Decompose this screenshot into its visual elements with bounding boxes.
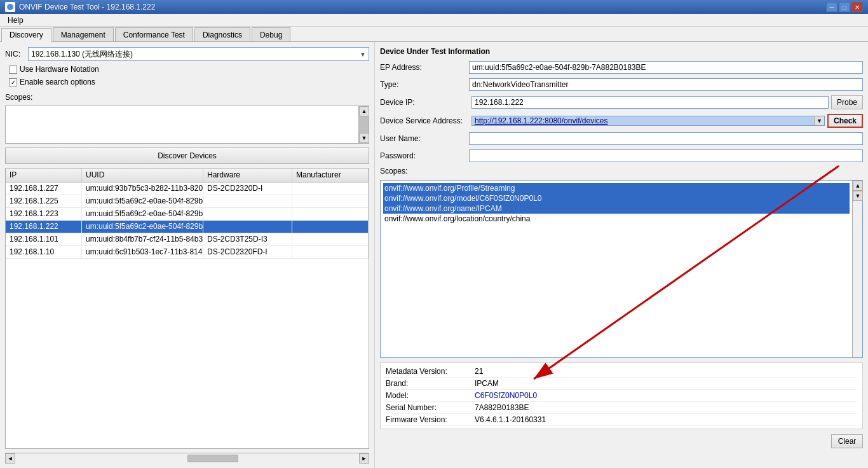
- scope-line[interactable]: onvif://www.onvif.org/Profile/Streaming: [383, 183, 850, 193]
- scrollbar-down-btn[interactable]: ▼: [359, 133, 369, 143]
- list-cell-uuid: um:uuid:5f5a69c2-e0ae-504f-829b-7A882...: [82, 221, 203, 233]
- list-cell-manufacturer: [292, 208, 369, 220]
- list-cell-ip: 192.168.1.225: [6, 195, 82, 207]
- list-cell-hardware: DS-2CD2320D-I: [203, 182, 292, 195]
- scroll-thumb[interactable]: [187, 455, 238, 462]
- firmware-version-row: Firmware Version: V6.4.6.1.1-20160331: [386, 414, 857, 426]
- model-value: C6F0SfZ0N0P0L0: [475, 391, 537, 400]
- tab-management[interactable]: Management: [53, 27, 114, 41]
- app-icon: [5, 2, 15, 12]
- list-cell-hardware: DS-2CD2320FD-I: [203, 246, 292, 258]
- firmware-version-value: V6.4.6.1.1-20160331: [475, 415, 546, 424]
- list-cell-hardware: [203, 195, 292, 207]
- check-button[interactable]: Check: [827, 114, 863, 128]
- minimize-button[interactable]: ─: [826, 2, 837, 12]
- header-manufacturer: Manufacturer: [292, 169, 369, 182]
- scopes-scrollbar: ▲ ▼: [358, 106, 369, 143]
- service-address-row: Device Service Address: ▼ Check: [380, 114, 863, 128]
- tab-bar: Discovery Management Conformance Test Di…: [0, 27, 868, 42]
- probe-button[interactable]: Probe: [831, 95, 863, 109]
- scopes-content: onvif://www.onvif.org/Profile/Streamingo…: [381, 181, 852, 357]
- search-options-checkbox[interactable]: [9, 78, 17, 86]
- list-cell-uuid: um:uuid:6c91b503-1ec7-11b3-8147-1868...: [82, 246, 203, 258]
- serial-number-row: Serial Number: 7A882B0183BE: [386, 402, 857, 414]
- scope-line[interactable]: onvif://www.onvif.org/name/IPCAM: [383, 203, 850, 214]
- scopes-textarea[interactable]: [6, 106, 358, 143]
- list-cell-ip: 192.168.1.101: [6, 233, 82, 245]
- list-cell-hardware: [203, 221, 292, 233]
- tab-conformance-test[interactable]: Conformance Test: [115, 27, 193, 41]
- list-body: 192.168.1.227um:uuid:93b7b5c3-b282-11b3-…: [6, 182, 369, 448]
- search-options-label: Enable search options: [20, 78, 95, 86]
- username-input[interactable]: [469, 132, 863, 145]
- firmware-version-label: Firmware Version:: [386, 415, 475, 424]
- list-cell-ip: 192.168.1.10: [6, 246, 82, 258]
- scrollbar-thumb[interactable]: [359, 116, 369, 133]
- service-address-input[interactable]: [472, 116, 814, 125]
- scopes-scroll-down-btn[interactable]: ▼: [853, 191, 863, 201]
- svg-point-0: [7, 4, 13, 10]
- menu-help[interactable]: Help: [3, 15, 29, 26]
- device-list: IP UUID Hardware Manufacturer 192.168.1.…: [5, 168, 369, 449]
- scopes-input-area: ▲ ▼: [5, 106, 369, 144]
- model-label: Model:: [386, 391, 475, 400]
- ep-address-row: EP Address: um:uuid:5f5a69c2-e0ae-504f-8…: [380, 61, 863, 74]
- table-row[interactable]: 192.168.1.227um:uuid:93b7b5c3-b282-11b3-…: [6, 182, 369, 195]
- list-cell-ip: 192.168.1.222: [6, 221, 82, 233]
- service-address-label: Device Service Address:: [380, 116, 469, 125]
- left-panel: NIC: 192.168.1.130 (无线网络连接) ▼ Use Hardwa…: [0, 42, 375, 468]
- right-panel: Device Under Test Information EP Address…: [375, 42, 868, 468]
- table-row[interactable]: 192.168.1.225um:uuid:5f5a69c2-e0ae-504f-…: [6, 195, 369, 208]
- scope-line[interactable]: onvif://www.onvif.org/location/country/c…: [383, 214, 850, 224]
- metadata-version-row: Metadata Version: 21: [386, 366, 857, 378]
- scopes-label-left: Scopes:: [5, 93, 369, 102]
- serial-number-label: Serial Number:: [386, 403, 475, 412]
- type-label: Type:: [380, 80, 469, 89]
- list-cell-hardware: DS-2CD3T25D-I3: [203, 233, 292, 245]
- nic-dropdown-icon: ▼: [360, 51, 366, 58]
- list-cell-hardware: [203, 208, 292, 220]
- ep-address-label: EP Address:: [380, 63, 469, 72]
- header-ip: IP: [6, 169, 82, 182]
- table-row[interactable]: 192.168.1.101um:uuid:8b4fb7b7-cf24-11b5-…: [6, 233, 369, 246]
- password-input[interactable]: [469, 149, 863, 162]
- clear-button[interactable]: Clear: [831, 434, 863, 448]
- device-ip-value: 192.168.1.222: [471, 96, 829, 109]
- nic-select[interactable]: 192.168.1.130 (无线网络连接) ▼: [28, 47, 369, 61]
- list-cell-manufacturer: [292, 221, 369, 233]
- list-cell-uuid: um:uuid:5f5a69c2-e0ae-504f-829b-48022...: [82, 208, 203, 220]
- menu-bar: Help: [0, 14, 868, 27]
- service-address-dropdown-icon[interactable]: ▼: [814, 116, 824, 125]
- brand-value: IPCAM: [475, 379, 499, 388]
- password-row: Password:: [380, 149, 863, 162]
- search-options-row: Enable search options: [5, 78, 369, 86]
- close-button[interactable]: ✕: [851, 2, 863, 12]
- scroll-left-btn[interactable]: ◄: [5, 453, 15, 464]
- scopes-label-right: Scopes:: [380, 167, 469, 176]
- scopes-scroll-up-btn[interactable]: ▲: [853, 181, 863, 191]
- table-row[interactable]: 192.168.1.10um:uuid:6c91b503-1ec7-11b3-8…: [6, 246, 369, 259]
- username-label: User Name:: [380, 134, 469, 143]
- tab-diagnostics[interactable]: Diagnostics: [194, 27, 250, 41]
- discover-devices-button[interactable]: Discover Devices: [5, 148, 369, 164]
- header-hardware: Hardware: [203, 169, 292, 182]
- bottom-info-section: Metadata Version: 21 Brand: IPCAM Model:…: [380, 362, 863, 429]
- brand-row: Brand: IPCAM: [386, 378, 857, 390]
- maximize-button[interactable]: □: [839, 2, 850, 12]
- table-row[interactable]: 192.168.1.223um:uuid:5f5a69c2-e0ae-504f-…: [6, 208, 369, 221]
- window-controls[interactable]: ─ □ ✕: [826, 2, 863, 12]
- scrollbar-up-btn[interactable]: ▲: [359, 106, 369, 116]
- list-cell-uuid: um:uuid:5f5a69c2-e0ae-504f-829b-7A882...: [82, 195, 203, 207]
- main-content: NIC: 192.168.1.130 (无线网络连接) ▼ Use Hardwa…: [0, 42, 868, 468]
- scroll-right-btn[interactable]: ►: [359, 453, 369, 464]
- hardware-notation-checkbox[interactable]: [9, 65, 17, 74]
- password-label: Password:: [380, 151, 469, 160]
- tab-debug[interactable]: Debug: [252, 27, 290, 41]
- hardware-notation-row: Use Hardware Notation: [5, 65, 369, 74]
- scope-line[interactable]: onvif://www.onvif.org/model/C6F0SfZ0N0P0…: [383, 193, 850, 203]
- h-scrollbar: ◄ ►: [5, 453, 369, 463]
- brand-label: Brand:: [386, 379, 475, 388]
- table-row[interactable]: 192.168.1.222um:uuid:5f5a69c2-e0ae-504f-…: [6, 221, 369, 233]
- nic-label: NIC:: [5, 50, 24, 59]
- tab-discovery[interactable]: Discovery: [1, 28, 51, 42]
